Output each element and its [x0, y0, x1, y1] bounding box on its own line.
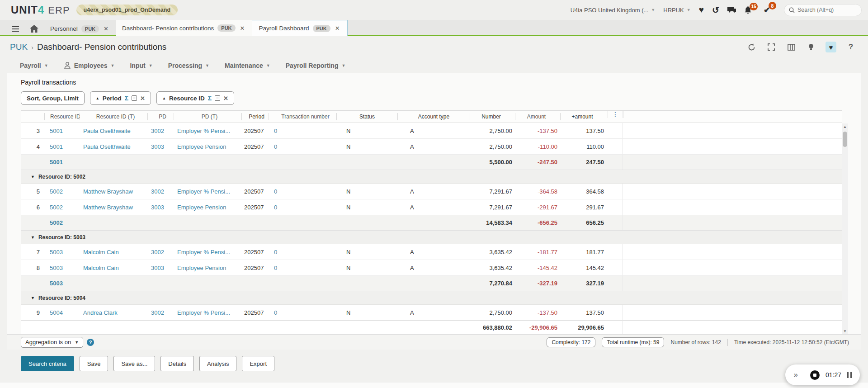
- group-chip-resource-id[interactable]: ▲ Resource ID Σ − ✕: [156, 91, 234, 105]
- pd-link[interactable]: 3003: [147, 143, 174, 150]
- close-icon[interactable]: ✕: [239, 25, 246, 32]
- help-icon[interactable]: ?: [845, 42, 856, 52]
- col-header-resource-id-t[interactable]: Resource ID (T): [80, 113, 147, 120]
- col-header-period[interactable]: Period: [241, 113, 269, 120]
- resource-id-link[interactable]: 5003: [44, 249, 80, 256]
- menu-processing[interactable]: Processing▼: [168, 62, 209, 69]
- col-header-pd[interactable]: PD: [147, 113, 174, 120]
- aggregation-help-icon[interactable]: ?: [87, 339, 94, 346]
- sort-asc-icon[interactable]: ▲: [162, 96, 166, 100]
- pd-description-link[interactable]: Employer % Pensi...: [174, 188, 241, 195]
- favorites-heart-icon[interactable]: ♥: [699, 5, 704, 15]
- resource-name-link[interactable]: Matthew Brayshaw: [80, 188, 147, 195]
- col-header-pd-t[interactable]: PD (T): [174, 113, 241, 120]
- pd-link[interactable]: 3002: [147, 309, 174, 316]
- columns-icon[interactable]: [786, 42, 797, 52]
- collapse-chevrons-icon[interactable]: »: [793, 370, 797, 379]
- menu-hamburger-icon[interactable]: [6, 21, 24, 36]
- pd-link[interactable]: 3002: [147, 128, 174, 134]
- search-criteria-button[interactable]: Search criteria: [21, 356, 74, 371]
- close-icon[interactable]: ✕: [103, 25, 109, 32]
- menu-employees[interactable]: Employees▼: [64, 62, 115, 70]
- sum-icon[interactable]: Σ: [125, 95, 128, 102]
- aggregation-dropdown[interactable]: Aggregation is on ▼: [21, 337, 83, 348]
- vertical-scrollbar[interactable]: ▲ ▼: [842, 123, 848, 334]
- export-button[interactable]: Export: [242, 356, 274, 371]
- transaction-number-link[interactable]: 0: [269, 128, 336, 134]
- remove-icon[interactable]: ✕: [140, 95, 145, 102]
- pd-description-link[interactable]: Employee Pension: [174, 204, 241, 211]
- resource-name-link[interactable]: Andrea Clark: [80, 309, 147, 316]
- save-button[interactable]: Save: [80, 356, 108, 371]
- col-header-resource-id[interactable]: Resource ID: [44, 113, 80, 120]
- pd-description-link[interactable]: Employee Pension: [174, 143, 241, 150]
- tab-dashboard-pension-contributions[interactable]: Dashboard- Pension contributions PUK ✕: [116, 20, 252, 36]
- group-collapse-icon[interactable]: ▼: [31, 296, 35, 300]
- pd-link[interactable]: 3003: [147, 265, 174, 271]
- resource-id-link[interactable]: 5003: [44, 265, 80, 271]
- pd-link[interactable]: 3002: [147, 188, 174, 195]
- transaction-number-link[interactable]: 0: [269, 204, 336, 211]
- resource-id-link[interactable]: 5002: [44, 204, 80, 211]
- resource-id-link[interactable]: 5001: [44, 128, 80, 134]
- col-header-number[interactable]: Number: [470, 113, 515, 120]
- column-menu-kebab-icon[interactable]: ⋮: [612, 112, 618, 117]
- global-search[interactable]: [784, 4, 862, 16]
- transaction-number-link[interactable]: 0: [269, 309, 336, 316]
- chat-icon[interactable]: [727, 6, 736, 14]
- collapse-icon[interactable]: −: [132, 95, 137, 101]
- refresh-icon[interactable]: [746, 42, 757, 52]
- notifications-bell-icon[interactable]: 15: [744, 6, 752, 14]
- transaction-number-link[interactable]: 0: [269, 143, 336, 150]
- analysis-button[interactable]: Analysis: [199, 356, 236, 371]
- menu-payroll-reporting[interactable]: Payroll Reporting▼: [286, 62, 346, 69]
- group-header-label[interactable]: ▼Resource ID: 5004: [21, 295, 85, 301]
- tab-personnel[interactable]: Personnel PUK ✕: [44, 21, 116, 36]
- group-collapse-icon[interactable]: ▼: [31, 235, 35, 240]
- resource-id-link[interactable]: 5001: [44, 143, 80, 150]
- pd-link[interactable]: 3003: [147, 204, 174, 211]
- close-icon[interactable]: ✕: [334, 25, 341, 32]
- pd-description-link[interactable]: Employer % Pensi...: [174, 128, 241, 134]
- role-selector[interactable]: HRPUK ▼: [663, 7, 690, 14]
- col-header-plus-amount[interactable]: +amount: [560, 113, 608, 120]
- resource-id-link[interactable]: 5002: [44, 188, 80, 195]
- resource-name-link[interactable]: Matthew Brayshaw: [80, 204, 147, 211]
- history-icon[interactable]: ↺: [712, 5, 719, 15]
- col-header-status[interactable]: Status: [336, 113, 397, 120]
- col-header-account-type[interactable]: Account type: [397, 113, 470, 120]
- pause-icon[interactable]: [847, 372, 852, 378]
- tasks-check-icon[interactable]: ✔ 8: [764, 5, 770, 15]
- lightbulb-icon[interactable]: [806, 42, 816, 52]
- company-selector[interactable]: U4ia PSO United Kingdom (... ▼: [571, 7, 656, 14]
- menu-maintenance[interactable]: Maintenance▼: [225, 62, 270, 69]
- resource-name-link[interactable]: Malcolm Cain: [80, 249, 147, 256]
- menu-payroll[interactable]: Payroll▼: [20, 62, 48, 69]
- transaction-number-link[interactable]: 0: [269, 188, 336, 195]
- transaction-number-link[interactable]: 0: [269, 265, 336, 271]
- scrollbar-thumb[interactable]: [843, 132, 847, 147]
- favorite-heart-icon[interactable]: ♥: [826, 42, 836, 52]
- stop-recording-icon[interactable]: [810, 370, 820, 380]
- sort-asc-icon[interactable]: ▲: [96, 96, 99, 100]
- pd-link[interactable]: 3002: [147, 249, 174, 256]
- resource-name-link[interactable]: Paula Oselthwaite: [80, 143, 147, 150]
- group-header-label[interactable]: ▼Resource ID: 5003: [21, 234, 85, 241]
- resource-name-link[interactable]: Malcolm Cain: [80, 265, 147, 271]
- group-collapse-icon[interactable]: ▼: [31, 175, 35, 179]
- pd-description-link[interactable]: Employer % Pensi...: [174, 309, 241, 316]
- resource-name-link[interactable]: Paula Oselthwaite: [80, 128, 147, 134]
- tab-payroll-dashboard[interactable]: Payroll Dashboard PUK ✕: [252, 20, 347, 36]
- sort-group-limit-button[interactable]: Sort, Group, Limit: [21, 91, 85, 105]
- save-as-button[interactable]: Save as...: [113, 356, 155, 371]
- transaction-number-link[interactable]: 0: [269, 249, 336, 256]
- details-button[interactable]: Details: [160, 356, 194, 371]
- col-header-transaction-number[interactable]: Transaction number: [269, 113, 336, 120]
- resource-id-link[interactable]: 5004: [44, 309, 80, 316]
- pd-description-link[interactable]: Employee Pension: [174, 265, 241, 271]
- fullscreen-icon[interactable]: [766, 42, 777, 52]
- scroll-up-icon[interactable]: ▲: [842, 123, 848, 130]
- menu-input[interactable]: Input▼: [130, 62, 152, 69]
- group-chip-period[interactable]: ▲ Period Σ − ✕: [90, 91, 151, 105]
- search-input[interactable]: [797, 7, 852, 13]
